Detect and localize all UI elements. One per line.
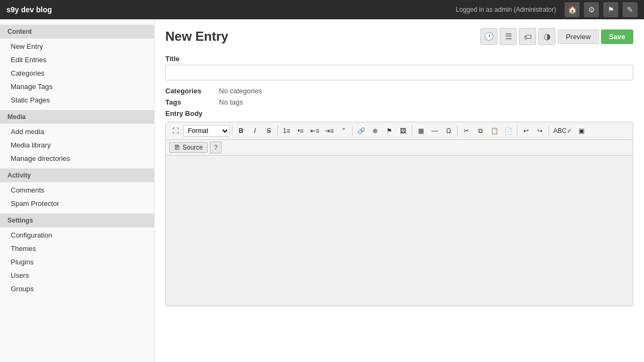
source-label: Source xyxy=(182,144,203,151)
symbol-btn[interactable]: Ω xyxy=(442,124,455,137)
fullscreen-btn[interactable]: ⛶ xyxy=(169,124,182,137)
strikethrough-btn[interactable]: S xyxy=(262,124,275,137)
link-btn[interactable]: 🔗 xyxy=(355,124,368,137)
sidebar-header-settings: Settings xyxy=(0,213,154,227)
sidebar-item-new-entry[interactable]: New Entry xyxy=(0,40,154,53)
sidebar-item-themes[interactable]: Themes xyxy=(0,242,154,255)
pencil-icon[interactable]: ✎ xyxy=(623,2,638,17)
sidebar-item-edit-entries[interactable]: Edit Entries xyxy=(0,53,154,67)
italic-btn[interactable]: I xyxy=(248,124,261,137)
logged-in-text: Logged in as admin (Administrator) xyxy=(456,6,556,13)
categories-label: Categories xyxy=(165,87,219,95)
sidebar-item-plugins[interactable]: Plugins xyxy=(0,255,154,269)
tags-value: No tags xyxy=(219,98,243,106)
entry-body-label: Entry Body xyxy=(165,109,633,117)
clock-icon-btn[interactable]: 🕐 xyxy=(480,28,497,45)
separator-5 xyxy=(457,125,458,136)
topbar: s9y dev blog Logged in as admin (Adminis… xyxy=(0,0,644,19)
wysiwyg-editor[interactable]: ⛶ Format Paragraph Heading 1 Heading 2 H… xyxy=(165,122,633,306)
preview-button[interactable]: Preview xyxy=(558,29,598,44)
unlink-btn[interactable]: ⊗ xyxy=(369,124,382,137)
editor-body[interactable] xyxy=(166,156,633,306)
sidebar-item-users[interactable]: Users xyxy=(0,269,154,282)
title-input[interactable] xyxy=(165,65,633,80)
page-title: New Entry xyxy=(165,29,228,44)
show-blocks-btn[interactable]: ▣ xyxy=(575,124,588,137)
hr-btn[interactable]: — xyxy=(428,124,441,137)
sidebar-section-settings: Settings Configuration Themes Plugins Us… xyxy=(0,213,154,295)
redo-btn[interactable]: ↪ xyxy=(533,124,546,137)
tag-icon-btn[interactable]: 🏷 xyxy=(519,28,536,45)
categories-row: Categories No categories xyxy=(165,87,633,95)
sidebar-item-comments[interactable]: Comments xyxy=(0,183,154,197)
undo-btn[interactable]: ↩ xyxy=(519,124,532,137)
sidebar-item-manage-tags[interactable]: Manage Tags xyxy=(0,80,154,93)
sidebar-header-activity: Activity xyxy=(0,168,154,182)
gear-icon[interactable]: ⚙ xyxy=(584,2,599,17)
editor-toolbar-row1: ⛶ Format Paragraph Heading 1 Heading 2 H… xyxy=(166,122,633,140)
sidebar-item-spam-protector[interactable]: Spam Protector xyxy=(0,197,154,210)
site-title: s9y dev blog xyxy=(6,5,52,14)
spellcheck-btn[interactable]: ABC✓ xyxy=(551,124,574,137)
paste-btn[interactable]: 📋 xyxy=(488,124,501,137)
image-btn[interactable]: 🖼 xyxy=(397,124,409,137)
separator-7 xyxy=(548,125,549,136)
separator-4 xyxy=(412,125,412,136)
separator-1 xyxy=(232,125,232,136)
blockquote-btn[interactable]: " xyxy=(337,124,350,137)
table-btn[interactable]: ▦ xyxy=(414,124,427,137)
separator-2 xyxy=(277,125,278,136)
page-header: New Entry 🕐 ☰ 🏷 ◑ Preview Save xyxy=(165,28,633,45)
sidebar-item-media-library[interactable]: Media library xyxy=(0,138,154,152)
sidebar-header-media: Media xyxy=(0,110,154,124)
title-label: Title xyxy=(165,55,633,63)
ordered-list-btn[interactable]: 1≡ xyxy=(280,124,293,137)
topbar-right: Logged in as admin (Administrator) 🏠 ⚙ ⚑… xyxy=(456,2,638,17)
sidebar-item-add-media[interactable]: Add media xyxy=(0,125,154,138)
editor-toolbar-row2: 🖹 Source ? xyxy=(166,140,633,156)
copy-btn[interactable]: ⧉ xyxy=(474,124,487,137)
sidebar-header-content: Content xyxy=(0,25,154,39)
cut-btn[interactable]: ✂ xyxy=(460,124,473,137)
layout: Content New Entry Edit Entries Categorie… xyxy=(0,19,644,362)
sidebar: Content New Entry Edit Entries Categorie… xyxy=(0,19,155,362)
sidebar-item-configuration[interactable]: Configuration xyxy=(0,228,154,242)
outdent-btn[interactable]: ⇤≡ xyxy=(308,124,321,137)
source-btn[interactable]: 🖹 Source xyxy=(169,142,208,153)
title-field-group: Title xyxy=(165,55,633,80)
categories-value: No categories xyxy=(219,87,262,95)
sidebar-item-categories[interactable]: Categories xyxy=(0,67,154,80)
save-button[interactable]: Save xyxy=(601,29,633,44)
help-btn[interactable]: ? xyxy=(210,142,222,153)
sidebar-item-groups[interactable]: Groups xyxy=(0,282,154,295)
anchor-btn[interactable]: ⚑ xyxy=(383,124,396,137)
flag-icon[interactable]: ⚑ xyxy=(603,2,618,17)
sidebar-item-static-pages[interactable]: Static Pages xyxy=(0,93,154,107)
entry-body-group: Entry Body ⛶ Format Paragraph Heading 1 … xyxy=(165,109,633,306)
source-icon: 🖹 xyxy=(174,144,180,151)
toggle-icon-btn[interactable]: ◑ xyxy=(538,28,555,45)
main-content: New Entry 🕐 ☰ 🏷 ◑ Preview Save Title Cat… xyxy=(155,19,644,362)
sidebar-section-activity: Activity Comments Spam Protector xyxy=(0,168,154,210)
bold-btn[interactable]: B xyxy=(235,124,247,137)
separator-3 xyxy=(352,125,353,136)
home-icon[interactable]: 🏠 xyxy=(565,2,580,17)
sidebar-item-manage-directories[interactable]: Manage directories xyxy=(0,152,154,165)
tags-label: Tags xyxy=(165,98,219,106)
unordered-list-btn[interactable]: •≡ xyxy=(294,124,307,137)
sidebar-section-media: Media Add media Media library Manage dir… xyxy=(0,110,154,165)
editor-toolbar-top: 🕐 ☰ 🏷 ◑ Preview Save xyxy=(480,28,633,45)
separator-6 xyxy=(517,125,517,136)
format-select[interactable]: Format Paragraph Heading 1 Heading 2 Hea… xyxy=(183,125,230,137)
indent-btn[interactable]: ⇥≡ xyxy=(323,124,336,137)
tags-row: Tags No tags xyxy=(165,98,633,106)
sidebar-section-content: Content New Entry Edit Entries Categorie… xyxy=(0,25,154,107)
list-icon-btn[interactable]: ☰ xyxy=(500,28,517,45)
paste-plain-btn[interactable]: 📄 xyxy=(502,124,515,137)
